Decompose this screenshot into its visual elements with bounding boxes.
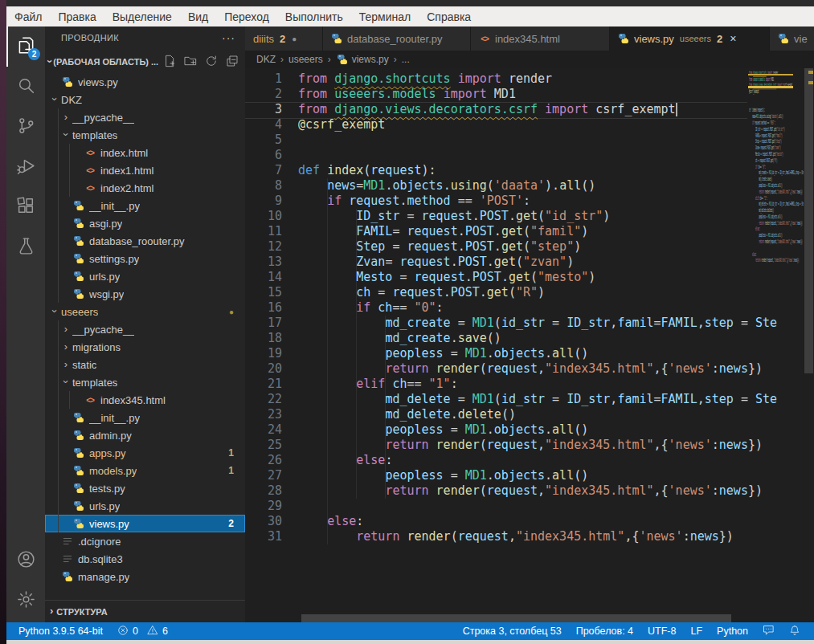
refresh-icon[interactable] — [205, 55, 218, 69]
tab-diiits[interactable]: diiits2● — [245, 26, 322, 51]
tree-item-label: asgi.py — [89, 218, 122, 230]
code-editor[interactable]: 1234567891011121314151617181920212223242… — [245, 68, 814, 622]
tree-file-urls.py[interactable]: urls.py — [45, 497, 245, 515]
status-language-mode[interactable]: Python — [711, 626, 754, 637]
vertical-scrollbar-thumb[interactable] — [804, 68, 813, 373]
close-icon[interactable]: × — [730, 32, 736, 45]
tab-index345.html[interactable]: <>index345.html — [471, 26, 609, 51]
tree-file-index1.html[interactable]: <>index1.html — [45, 161, 245, 179]
search-icon — [16, 75, 36, 99]
tree-folder-migrations[interactable]: ›migrations — [45, 338, 245, 356]
status-problems[interactable]: 06 — [112, 625, 174, 638]
tree-file-tests.py[interactable]: tests.py — [45, 479, 245, 497]
tree-folder-useeers[interactable]: ›useeers● — [45, 303, 245, 320]
breadcrumb-item-DKZ[interactable]: DKZ — [256, 54, 276, 65]
minimap[interactable]: from django.shortcuts import renderfrom … — [747, 68, 804, 277]
tab-database_roouter.py[interactable]: database_roouter.py — [323, 26, 470, 51]
line-number: 24 — [245, 422, 282, 438]
menu-item-Выполнить[interactable]: Выполнить — [277, 10, 351, 23]
tree-file-models.py[interactable]: models.py1 — [45, 462, 245, 479]
tree-file-db.sqlite3[interactable]: db.sqlite3 — [45, 550, 245, 568]
tree-item-label: admin.py — [89, 430, 132, 442]
code-line — [749, 101, 804, 108]
activity-extensions-button[interactable] — [6, 187, 45, 227]
tree-file-apps.py[interactable]: apps.py1 — [45, 444, 245, 462]
activity-testing-button[interactable] — [6, 227, 45, 267]
code-line: from django.shortcuts import render — [298, 71, 777, 87]
feedback-icon — [763, 624, 775, 638]
code-line: peopless = MD1.objects.all() — [298, 468, 777, 483]
tree-folder-__pycache__[interactable]: ›__pycache__ — [45, 320, 245, 338]
python-icon — [72, 218, 85, 229]
outline-section-header[interactable]: › СТРУКТУРА — [45, 600, 245, 622]
new-file-icon[interactable] — [163, 55, 176, 69]
breadcrumb-item-useeers[interactable]: useeers — [288, 54, 323, 65]
tree-file-views.py[interactable]: views.py2 — [45, 515, 245, 532]
tree-item-label: templates — [72, 129, 117, 141]
activity-run-debug-button[interactable] — [6, 147, 45, 187]
tab-views.py[interactable]: views.pyuseeers2× — [610, 26, 769, 51]
horizontal-scrollbar-thumb[interactable] — [301, 614, 731, 622]
tree-file-settings.py[interactable]: settings.py — [45, 250, 245, 267]
status-eol[interactable]: LF — [685, 626, 708, 637]
tree-folder-static[interactable]: ›static — [45, 356, 245, 373]
menu-item-Справка[interactable]: Справка — [419, 10, 479, 23]
code-line: from useeers.models import MD1 — [298, 87, 777, 102]
menu-item-Файл[interactable]: Файл — [6, 10, 50, 23]
tab-vie[interactable]: vie — [770, 26, 814, 51]
tree-folder-templates[interactable]: ›templates — [45, 126, 245, 144]
tree-file-database_roouter.py[interactable]: database_roouter.py — [45, 232, 245, 250]
menu-item-Терминал[interactable]: Терминал — [351, 10, 419, 23]
tree-file-.dcignore[interactable]: .dcignore — [45, 532, 245, 550]
code-line: peopless = MD1.objects.all() — [298, 422, 777, 438]
chevron-right-icon: › — [59, 341, 72, 352]
workspace-section-header[interactable]: › (РАБОЧАЯ ОБЛАСТЬ) ... — [45, 52, 245, 71]
status-encoding[interactable]: UTF-8 — [642, 626, 681, 637]
explorer-more-actions-button[interactable]: ··· — [222, 31, 235, 44]
tree-indent-guide — [58, 267, 59, 285]
tree-file-index2.html[interactable]: <>index2.html — [45, 179, 245, 197]
tree-indent-guide — [58, 108, 59, 126]
tree-file-asgi.py[interactable]: asgi.py — [45, 214, 245, 232]
tree-file-urls.py[interactable]: urls.py — [45, 267, 245, 285]
tree-item-label: __pycache__ — [72, 324, 134, 336]
bell-icon — [789, 625, 800, 638]
menu-item-Выделение[interactable]: Выделение — [104, 10, 180, 23]
line-number: 30 — [245, 514, 282, 529]
tree-folder-DKZ[interactable]: ›DKZ — [45, 91, 245, 108]
breadcrumb-item-...[interactable]: ... — [402, 54, 410, 65]
tree-indent-guide — [58, 338, 59, 356]
tree-file-views.py[interactable]: views.py — [45, 73, 245, 91]
tree-file-index345.html[interactable]: <>index345.html — [45, 391, 245, 409]
html-icon: <> — [84, 184, 96, 193]
breadcrumb-separator: › — [328, 54, 331, 65]
collapse-all-icon[interactable] — [226, 55, 239, 69]
menu-item-Переход[interactable]: Переход — [216, 10, 277, 23]
tree-file-wsgi.py[interactable]: wsgi.py — [45, 285, 245, 303]
tree-file-__init__.py[interactable]: __init__.py — [45, 409, 245, 426]
tree-folder-templates[interactable]: ›templates — [45, 373, 245, 391]
breadcrumb-item-views.py[interactable]: views.py — [336, 54, 389, 65]
status-indentation[interactable]: Пробелов: 4 — [571, 626, 639, 637]
activity-account-button[interactable] — [6, 540, 45, 581]
tree-file-index.html[interactable]: <>index.html — [45, 144, 245, 161]
new-folder-icon[interactable] — [184, 55, 197, 69]
tree-file-manage.py[interactable]: manage.py — [45, 568, 245, 585]
menu-item-Правка[interactable]: Правка — [50, 10, 104, 23]
tree-folder-__pycache__[interactable]: ›__pycache__ — [45, 108, 245, 126]
vertical-scrollbar[interactable] — [804, 68, 814, 622]
status-feedback[interactable] — [757, 624, 780, 638]
line-number: 5 — [245, 132, 282, 148]
tree-file-admin.py[interactable]: admin.py — [45, 426, 245, 444]
status-cursor-position[interactable]: Строка 3, столбец 53 — [457, 626, 567, 637]
status-python-interpreter[interactable]: Python 3.9.5 64-bit — [13, 626, 108, 637]
tree-file-__init__.py[interactable]: __init__.py — [45, 197, 245, 214]
tree-item-label: .dcignore — [78, 536, 121, 548]
code-line: else: — [298, 514, 777, 529]
activity-source-control-button[interactable] — [6, 107, 45, 147]
activity-explorer-button[interactable]: 2 — [6, 26, 45, 67]
menu-item-Вид[interactable]: Вид — [180, 10, 216, 23]
status-notifications[interactable] — [783, 625, 806, 638]
activity-settings-gear-button[interactable] — [6, 581, 45, 621]
activity-search-button[interactable] — [6, 67, 45, 107]
